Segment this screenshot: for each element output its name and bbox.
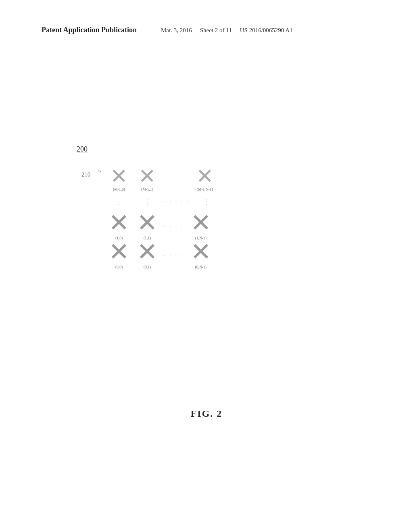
wave-symbol: ~	[98, 167, 102, 176]
antenna-cell-1-0: ✕ (1,0)	[105, 210, 133, 241]
x-symbol-m1-1: ✕	[138, 166, 156, 187]
x-symbol-0-n1: ✕	[190, 239, 211, 264]
vertical-dots-row: ⋮ ⋮ · · · · · ⋮	[105, 194, 221, 209]
top-antenna-row: ~ ✕ (M-1,0) ✕ (M-1,1) · · · · · ✕ (M-1,N…	[105, 166, 221, 192]
antenna-cell-1-1: ✕ (1,1)	[133, 210, 161, 241]
x-symbol-0-1: ✕	[137, 239, 158, 264]
cell-label-0-n1: (0,N-1)	[195, 265, 206, 270]
antenna-cell-m1-n1: ✕ (M-1,N-1)	[191, 166, 219, 192]
vdot-n1: ⋮	[192, 197, 221, 206]
diagram-label-200: 200	[77, 145, 221, 154]
label-210: 210	[81, 171, 91, 178]
x-symbol-m1-n1: ✕	[196, 166, 214, 187]
antenna-cell-0-1: ✕ (0,1)	[133, 239, 161, 270]
x-symbol-1-0: ✕	[108, 210, 129, 235]
cell-label-0-0: (0,0)	[115, 265, 123, 270]
h-dots-bot: · · · ·	[164, 252, 184, 270]
diagram-area: 200 210 ~ ✕ (M-1,0) ✕ (M-1,1	[77, 145, 221, 272]
cell-label-0-1: (0,1)	[144, 265, 151, 270]
antenna-cell-m1-1: ✕ (M-1,1)	[133, 166, 161, 192]
publication-title: Patent Application Publication	[42, 26, 137, 34]
antenna-cell-0-0: ✕ (0,0)	[105, 239, 133, 270]
cell-label-m1-n1: (M-1,N-1)	[197, 187, 213, 192]
publication-date: Mar. 3, 2016	[161, 27, 192, 34]
patent-number: US 2016/0065290 A1	[240, 27, 293, 34]
figure-caption: FIG. 2	[0, 408, 413, 419]
cell-label-m1-1: (M-1,1)	[141, 187, 153, 192]
cell-label-m1-0: (M-1,0)	[113, 187, 125, 192]
antenna-cell-1-n1: ✕ (1,N-1)	[187, 210, 215, 241]
vdot-1: ⋮	[133, 197, 161, 206]
vdot-0: ⋮	[105, 197, 133, 206]
page: Patent Application Publication Mar. 3, 2…	[0, 0, 413, 532]
antenna-cell-0-n1: ✕ (0,N-1)	[187, 239, 215, 270]
bot-antenna-row: ✕ (0,0) ✕ (0,1) · · · · ✕ (0,N-1)	[105, 239, 221, 270]
header-meta: Mar. 3, 2016 Sheet 2 of 11 US 2016/00652…	[161, 27, 371, 34]
v-h-dots: · · · · ·	[164, 198, 190, 205]
antenna-cell-m1-0: ✕ (M-1,0)	[105, 166, 133, 192]
x-symbol-m1-0: ✕	[110, 166, 128, 187]
mid-antenna-row: ✕ (1,0) ✕ (1,1) · · · · ✕ (1,N-1)	[105, 210, 221, 241]
x-symbol-1-1: ✕	[137, 210, 158, 235]
x-symbol-1-n1: ✕	[190, 210, 211, 235]
x-symbol-0-0: ✕	[108, 239, 129, 264]
header: Patent Application Publication Mar. 3, 2…	[0, 26, 413, 34]
h-dots-top: · · · · ·	[164, 177, 188, 192]
antenna-grid: 210 ~ ✕ (M-1,0) ✕ (M-1,1) · · · · ·	[105, 166, 221, 270]
h-dots-mid: · · · ·	[164, 223, 184, 241]
sheet-info: Sheet 2 of 11	[200, 27, 232, 34]
